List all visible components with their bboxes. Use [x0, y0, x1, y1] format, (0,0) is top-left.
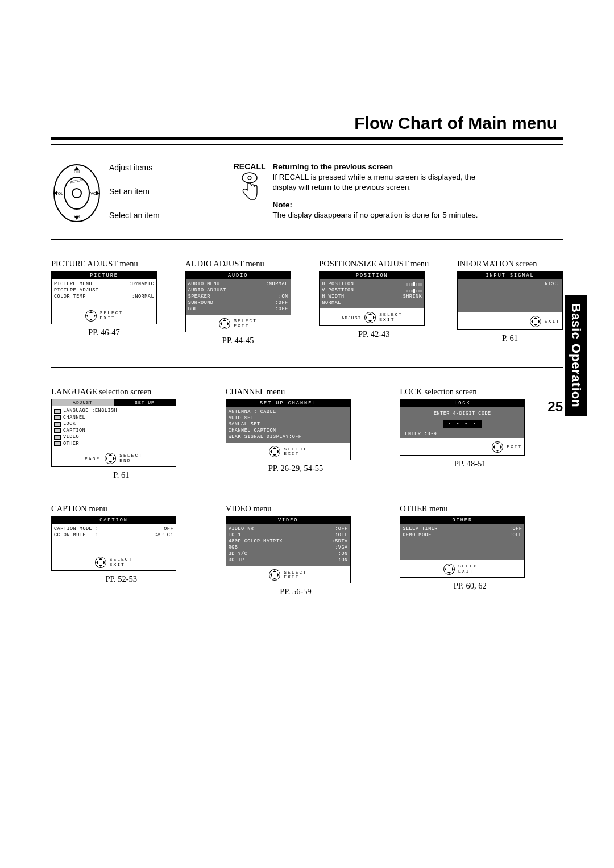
osd-text: AUTO SET: [229, 415, 254, 422]
caption-osd-title: CAPTION: [52, 516, 176, 524]
information-pp: P. 61: [457, 333, 563, 343]
video-pp: PP. 56-59: [226, 587, 366, 596]
page-number: 25: [547, 399, 563, 415]
rule-thick: [51, 137, 563, 140]
osd-text: ANTENNA : CABLE: [229, 409, 276, 415]
position-osd: POSITION H POSITION V POSITION H WIDTH:S…: [319, 271, 425, 326]
osd-text: RGB: [229, 545, 238, 551]
audio-osd-title: AUDIO: [186, 272, 291, 279]
page-title: Flow Chart of Main menu: [51, 114, 563, 133]
other-caption: OTHER menu: [400, 504, 447, 514]
osd-text: BBE: [188, 306, 198, 312]
lock-caption: LOCK selection screen: [400, 387, 476, 397]
list-item: CHANNEL: [54, 415, 173, 421]
osd-text: :SDTV: [332, 539, 348, 545]
lock-enter: ENTER :0-9: [403, 431, 437, 437]
remote-labels: Adjust items Set an item Select an item: [109, 162, 160, 220]
osd-text: :ON: [338, 551, 348, 557]
footer-exit: EXIT: [545, 319, 560, 324]
section-tab: Basic Operation: [565, 295, 587, 416]
set-label: Set an item: [109, 187, 160, 196]
position-pp: PP. 42-43: [319, 329, 429, 339]
caption-menu-caption: CAPTION menu: [51, 504, 107, 514]
footer-exit: EXIT: [100, 316, 115, 321]
osd-text: CHANNEL CAPTION: [229, 428, 276, 434]
osd-text: NORMAL: [322, 300, 341, 306]
tab-adjust: ADJUST: [52, 399, 114, 406]
select-label: Select an item: [109, 211, 160, 220]
osd-text: MANUAL SET: [229, 422, 260, 428]
language-block: LANGUAGE selection screen ADJUST SET UP …: [51, 387, 192, 480]
menu-item-icon: [54, 441, 61, 446]
footer-adjust: ADJUST: [341, 315, 361, 320]
channel-osd: SET UP CHANNEL ANTENNA : CABLE AUTO SET …: [226, 399, 351, 460]
language-pp: P. 61: [51, 470, 192, 480]
note-block: Note: The display disappears if no opera…: [273, 200, 478, 220]
osd-text: 3D Y/C: [229, 551, 248, 557]
picture-adjust-block: PICTURE ADJUST menu PICTURE PICTURE MENU…: [51, 259, 157, 345]
footer-exit: EXIT: [234, 324, 249, 329]
lock-digits: - - - -: [443, 420, 482, 428]
osd-text: :NORMAL: [132, 294, 154, 300]
menu-item-icon: [54, 428, 61, 433]
osd-text: :DYNAMIC: [128, 281, 154, 287]
menu-item-icon: [54, 409, 61, 414]
osd-text: :NORMAL: [265, 281, 288, 287]
dpad-icon: [85, 310, 97, 322]
picture-pp: PP. 46-47: [51, 328, 157, 337]
lock-osd-title: LOCK: [400, 399, 524, 407]
osd-text: ID-1: [229, 532, 241, 539]
osd-text: V POSITION: [322, 287, 354, 294]
osd-text: LOCK: [63, 421, 76, 427]
caption-pp: PP. 52-53: [51, 574, 192, 584]
osd-text: AUDIO ADJUST: [188, 287, 226, 294]
dpad-icon: [492, 441, 503, 453]
information-block: INFORMATION screen INPUT SIGNAL NTSC EXI…: [457, 259, 563, 345]
picture-osd: PICTURE PICTURE MENU:DYNAMIC PICTURE ADJ…: [51, 271, 157, 324]
osd-text: WEAK SIGNAL DISPLAY:OFF: [229, 434, 302, 440]
osd-text: VIDEO: [63, 434, 79, 440]
osd-text: COLOR TEMP: [54, 294, 86, 300]
audio-caption: AUDIO ADJUST menu: [185, 259, 264, 269]
osd-text: OTHER: [63, 441, 79, 447]
menu-item-icon: [54, 422, 61, 427]
audio-pp: PP. 44-45: [185, 336, 291, 345]
osd-text: CAPTION MODE :: [54, 526, 98, 532]
recall-hand-icon: [238, 172, 262, 202]
adjust-label: Adjust items: [109, 163, 160, 172]
footer-end: END: [119, 458, 131, 464]
lock-block: LOCK selection screen LOCK ENTER 4-DIGIT…: [400, 387, 540, 480]
osd-text: H WIDTH: [322, 294, 344, 300]
osd-text: :OFF: [509, 532, 522, 539]
video-block: VIDEO menu VIDEO VIDEO NR:OFF ID-1:OFF 4…: [226, 504, 366, 596]
lock-prompt: ENTER 4-DIGIT CODE: [434, 411, 491, 416]
dpad-icon: [530, 316, 541, 327]
list-item: CAPTION: [54, 428, 173, 434]
channel-osd-title: SET UP CHANNEL: [226, 399, 350, 407]
dpad-icon: [95, 557, 106, 568]
information-osd: INPUT SIGNAL NTSC EXIT: [457, 271, 563, 330]
information-osd-title: INPUT SIGNAL: [458, 272, 562, 279]
language-caption: LANGUAGE selection screen: [51, 387, 151, 397]
caption-osd: CAPTION CAPTION MODE :OFF CC ON MUTE :CA…: [51, 516, 176, 571]
other-block: OTHER menu OTHER SLEEP TIMER:OFF DEMO MO…: [400, 504, 540, 596]
tab-setup: SET UP: [114, 399, 176, 406]
lock-osd: LOCK ENTER 4-DIGIT CODE - - - - ENTER :0…: [400, 399, 525, 456]
osd-text: LANGUAGE :ENGLISH: [63, 408, 117, 414]
osd-text: CHANNEL: [63, 415, 85, 421]
video-osd-title: VIDEO: [226, 516, 350, 524]
list-item: OTHER: [54, 441, 173, 447]
position-caption: POSITION/SIZE ADJUST menu: [319, 259, 429, 269]
dpad-icon: [269, 446, 280, 457]
footer-page: PAGE: [85, 456, 100, 461]
svg-point-12: [242, 173, 257, 183]
osd-text: DEMO MODE: [403, 532, 431, 539]
other-osd-title: OTHER: [400, 516, 524, 524]
audio-adjust-block: AUDIO ADJUST menu AUDIO AUDIO MENU:NORMA…: [185, 259, 291, 345]
channel-caption: CHANNEL menu: [226, 387, 285, 397]
footer-exit: EXIT: [379, 318, 395, 323]
bar-indicator-icon: [406, 287, 422, 294]
dpad-icon: [219, 318, 230, 329]
footer-exit: EXIT: [110, 562, 125, 567]
svg-point-13: [248, 176, 251, 180]
